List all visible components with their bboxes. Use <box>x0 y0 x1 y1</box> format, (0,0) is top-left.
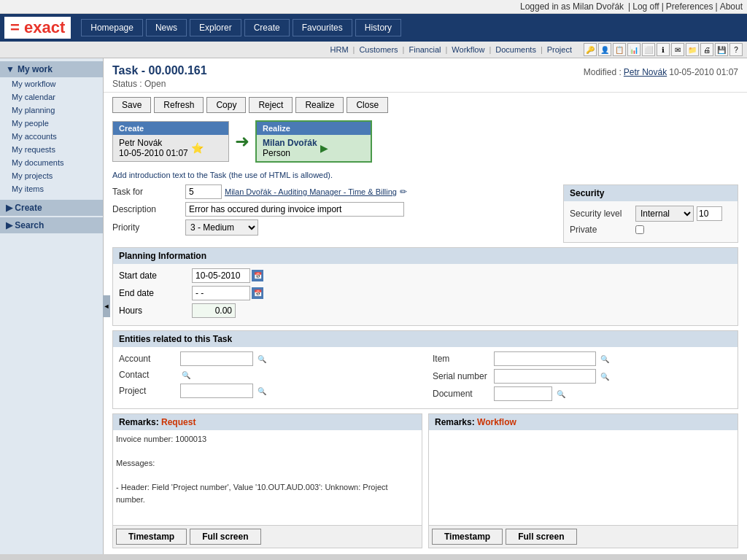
subnav-hrm[interactable]: HRM <box>328 45 352 54</box>
private-checkbox[interactable] <box>635 225 644 234</box>
task-for-edit-icon[interactable]: ✏ <box>400 187 407 197</box>
priority-select[interactable]: 3 - Medium 1 - Low 2 - High 4 - Urgent <box>185 219 258 236</box>
nav-news[interactable]: News <box>146 19 187 36</box>
workflow-realize-header: Realize <box>257 122 371 135</box>
start-date-input[interactable] <box>192 268 250 283</box>
document-search-icon[interactable]: 🔍 <box>555 388 567 400</box>
nav-explorer[interactable]: Explorer <box>190 19 241 36</box>
sidebar-item-calendar[interactable]: My calendar <box>0 90 103 104</box>
task-for-link[interactable]: Milan Dvořák - Auditing Manager - Time &… <box>225 187 397 196</box>
sidebar-item-people[interactable]: My people <box>0 117 103 130</box>
serial-number-label: Serial number <box>433 371 491 381</box>
sidebar-item-requests[interactable]: My requests <box>0 143 103 156</box>
nav-favourites[interactable]: Favourites <box>293 19 352 36</box>
add-intro-link[interactable]: Add introduction text to the Task (the u… <box>112 171 333 179</box>
item-row: Item 🔍 <box>433 351 732 366</box>
entities-left: Account 🔍 Contact 🔍 Project 🔍 <box>119 351 418 404</box>
hours-label: Hours <box>119 306 192 316</box>
sidebar-toggle[interactable]: ◄ <box>103 295 110 317</box>
account-label: Account <box>119 354 177 364</box>
security-level-label: Security level <box>570 209 635 219</box>
request-timestamp-button[interactable]: Timestamp <box>116 529 187 545</box>
from-user-icon: ⭐ <box>191 142 204 154</box>
sidebar-item-documents[interactable]: My documents <box>0 156 103 169</box>
nav-history[interactable]: History <box>355 19 401 36</box>
hours-input[interactable] <box>192 303 236 318</box>
mywork-label: My work <box>18 64 53 74</box>
sidebar-item-projects[interactable]: My projects <box>0 169 103 182</box>
project-input[interactable] <box>180 384 253 398</box>
toolbar-icon-3[interactable]: 📋 <box>613 43 626 56</box>
sidebar-mywork-header[interactable]: ▼ My work <box>0 61 103 77</box>
workflow-timestamp-button[interactable]: Timestamp <box>432 529 503 545</box>
from-user: Petr Novák <box>119 138 188 148</box>
project-search-icon[interactable]: 🔍 <box>256 385 268 397</box>
toolbar-icon-1[interactable]: 🔑 <box>584 43 597 56</box>
contact-search-icon[interactable]: 🔍 <box>180 369 192 381</box>
status-value: Open <box>144 79 166 89</box>
document-input[interactable] <box>494 386 552 401</box>
entities-header: Entities related to this Task <box>113 331 738 347</box>
subnav-documents[interactable]: Documents <box>492 45 539 54</box>
workflow-realize-box: Realize Milan Dvořák Person ▶ <box>255 120 372 163</box>
toolbar-icon-4[interactable]: 📊 <box>627 43 640 56</box>
sidebar-item-workflow[interactable]: My workflow <box>0 77 103 90</box>
status-label: Status : <box>112 79 142 89</box>
item-input[interactable] <box>494 351 596 366</box>
nav-create[interactable]: Create <box>244 19 290 36</box>
item-search-icon[interactable]: 🔍 <box>599 353 611 365</box>
sidebar-item-planning[interactable]: My planning <box>0 104 103 117</box>
copy-button[interactable]: Copy <box>206 97 246 113</box>
subnav-financial[interactable]: Financial <box>406 45 444 54</box>
toolbar-icon-6[interactable]: ℹ <box>657 43 670 56</box>
task-for-input[interactable] <box>185 184 222 199</box>
security-level-select[interactable]: Internal Public Private <box>635 206 694 222</box>
toolbar-icon-10[interactable]: 💾 <box>715 43 728 56</box>
workflow-fullscreen-button[interactable]: Full screen <box>506 529 576 545</box>
refresh-button[interactable]: Refresh <box>154 97 204 113</box>
reject-button[interactable]: Reject <box>249 97 293 113</box>
description-input[interactable] <box>185 202 404 217</box>
account-search-icon[interactable]: 🔍 <box>256 353 268 365</box>
serial-number-search-icon[interactable]: 🔍 <box>599 370 611 382</box>
security-level-number[interactable] <box>697 206 722 221</box>
serial-number-input[interactable] <box>494 369 596 384</box>
toolbar-icon-help[interactable]: ? <box>729 43 743 56</box>
subnav-customers[interactable]: Customers <box>356 45 400 54</box>
private-row: Private <box>570 225 732 235</box>
toolbar-icon-7[interactable]: ✉ <box>671 43 684 56</box>
add-text-section: Add introduction text to the Task (the u… <box>104 168 747 184</box>
sidebar: ◄ ▼ My work My workflow My calendar My p… <box>0 58 104 554</box>
entities-body: Account 🔍 Contact 🔍 Project 🔍 <box>113 347 738 408</box>
hours-row: Hours <box>119 303 732 318</box>
nav-homepage[interactable]: Homepage <box>81 19 143 36</box>
toolbar-icon-9[interactable]: 🖨 <box>700 43 713 56</box>
about-link[interactable]: About <box>720 1 743 12</box>
account-input[interactable] <box>180 351 253 366</box>
task-for-label: Task for <box>112 187 185 197</box>
modified-by-link[interactable]: Petr Novák <box>624 67 667 77</box>
toolbar-icon-2[interactable]: 👤 <box>598 43 611 56</box>
start-date-calendar-icon[interactable]: 📅 <box>252 270 263 281</box>
request-fullscreen-button[interactable]: Full screen <box>190 529 260 545</box>
toolbar-icon-8[interactable]: 📁 <box>686 43 699 56</box>
sidebar-item-accounts[interactable]: My accounts <box>0 130 103 143</box>
to-user-icon: ▶ <box>320 142 328 154</box>
subnav-workflow[interactable]: Workflow <box>449 45 487 54</box>
project-row: Project 🔍 <box>119 384 418 398</box>
sep1: | <box>628 1 630 12</box>
toolbar-icon-5[interactable]: ⬜ <box>642 43 655 56</box>
sidebar-item-items[interactable]: My items <box>0 182 103 195</box>
sidebar-search-header[interactable]: ▶ Search <box>0 217 103 233</box>
close-button[interactable]: Close <box>347 97 388 113</box>
subnav-project[interactable]: Project <box>544 45 575 54</box>
sidebar-create-header[interactable]: ▶ Create <box>0 200 103 216</box>
save-button[interactable]: Save <box>112 97 151 113</box>
preferences-link[interactable]: Preferences <box>666 1 713 12</box>
end-date-input[interactable] <box>192 286 250 300</box>
logoff-link[interactable]: Log off <box>632 1 659 12</box>
document-row: Document 🔍 <box>433 386 732 401</box>
start-date-row: Start date 📅 <box>119 268 732 283</box>
realize-button[interactable]: Realize <box>295 97 344 113</box>
end-date-calendar-icon[interactable]: 📅 <box>252 287 263 299</box>
